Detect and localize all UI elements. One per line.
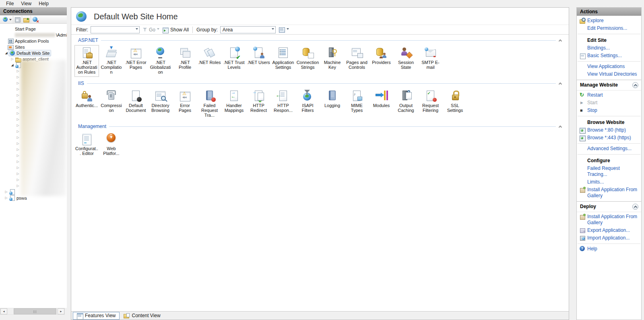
actions-separator[interactable] <box>578 244 640 244</box>
action-edit-permissions[interactable]: Edit Permissions... <box>577 25 641 32</box>
tree-expander-icon[interactable] <box>10 63 14 67</box>
chevron-down-icon[interactable] <box>136 28 138 31</box>
action-export-application[interactable]: Export Application... <box>577 227 641 234</box>
feature-request-filtering[interactable]: Request Filtering <box>418 88 443 115</box>
actions-group-configure[interactable]: Configure <box>577 156 641 165</box>
feature-application-settings[interactable]: Application Settings <box>271 45 295 72</box>
view-mode-icon[interactable] <box>279 27 285 32</box>
up-level-button[interactable] <box>22 16 31 23</box>
feature-net-users[interactable]: .NET Users <box>246 45 271 67</box>
scrollbar-thumb[interactable] <box>14 308 56 314</box>
tree-expander-icon[interactable] <box>16 99 20 103</box>
tree-expander-icon[interactable] <box>16 69 20 73</box>
action-deploy-install-application-from-gallery[interactable]: Install Application From Gallery <box>577 213 641 227</box>
tree-expander-icon[interactable] <box>16 75 20 79</box>
feature-net-trust-levels[interactable]: .NET Trust Levels <box>222 45 246 72</box>
action-browse-80[interactable]: Browse *:80 (http) <box>577 126 641 134</box>
actions-group-browse-website[interactable]: Browse Website <box>577 118 641 126</box>
action-basic-settings[interactable]: Basic Settings... <box>577 52 641 60</box>
action-view-virtual-directories[interactable]: View Virtual Directories <box>577 70 641 78</box>
new-connection-button[interactable] <box>1 16 13 23</box>
feature-http-redirect[interactable]: HTTP Redirect <box>246 88 271 115</box>
go-filter-icon[interactable] <box>143 27 148 32</box>
feature-connection-strings[interactable]: Connection Strings <box>295 45 320 72</box>
collapse-chevron-icon[interactable] <box>559 83 562 86</box>
feature-http-response-headers[interactable]: HTTP Respon... <box>271 88 295 115</box>
view-mode-dropdown-icon[interactable] <box>287 28 289 31</box>
tree-expander-icon[interactable] <box>16 171 20 176</box>
feature-isapi-filters[interactable]: ISAPI Filters <box>295 88 320 115</box>
feature-pages-and-controls[interactable]: Pages and Controls <box>345 45 369 72</box>
feature-ssl-settings[interactable]: SSL Settings <box>443 88 467 115</box>
tree-expander-icon[interactable] <box>16 117 20 122</box>
tab-content-view[interactable]: Content View <box>120 312 164 320</box>
action-advanced-settings[interactable]: Advanced Settings... <box>577 145 641 153</box>
tab-features-view[interactable]: Features View <box>73 312 120 320</box>
scrollbar-track[interactable] <box>7 308 58 314</box>
save-connections-button[interactable] <box>13 16 22 23</box>
action-stop[interactable]: Stop <box>577 107 641 114</box>
feature-authentication[interactable]: Authentic... <box>74 88 99 110</box>
action-help[interactable]: Help <box>577 245 641 253</box>
actions-separator[interactable] <box>578 154 640 155</box>
feature-logging[interactable]: Logging <box>320 88 345 110</box>
action-bindings[interactable]: Bindings... <box>577 44 641 52</box>
go-options-icon[interactable] <box>157 28 159 31</box>
tree-expander-icon[interactable] <box>16 178 20 182</box>
feature-error-pages[interactable]: Error Pages <box>173 88 197 115</box>
collapse-chevron-icon[interactable] <box>559 39 562 43</box>
tree-expander-icon[interactable] <box>16 105 20 109</box>
feature-mime-types[interactable]: MIME Types <box>345 88 369 115</box>
tree-expander-icon[interactable] <box>4 196 8 200</box>
tree-expander-icon[interactable] <box>16 141 20 146</box>
actions-separator[interactable] <box>578 143 640 144</box>
feature-modules[interactable]: Modules <box>369 88 394 110</box>
feature-net-roles[interactable]: .NET Roles <box>197 45 222 67</box>
tree-item-server[interactable]: \Administrato <box>0 32 67 38</box>
actions-section-deploy[interactable]: Deploy <box>577 201 641 212</box>
feature-machine-key[interactable]: Machine Key <box>320 45 345 72</box>
tree-expander-icon[interactable] <box>16 135 20 140</box>
scroll-right-button[interactable]: ► <box>58 308 64 314</box>
tree-item-sites[interactable]: Sites <box>0 44 67 50</box>
action-install-application-from-gallery[interactable]: Install Application From Gallery <box>577 186 641 200</box>
feature-net-globalization[interactable]: .NET Globalization <box>148 45 173 77</box>
filter-input[interactable] <box>91 26 140 33</box>
tree-expander-icon[interactable] <box>16 147 20 152</box>
actions-separator[interactable] <box>578 61 640 62</box>
tree-expander-icon[interactable] <box>4 51 8 55</box>
feature-session-state[interactable]: Session State <box>394 45 418 72</box>
tree-item-default-web-site[interactable]: Default Web Site <box>0 50 67 56</box>
feature-output-caching[interactable]: Output Caching <box>394 88 418 115</box>
tree-expander-icon[interactable] <box>16 87 20 91</box>
tree-item-application-pools[interactable]: Application Pools <box>0 38 67 44</box>
actions-separator[interactable] <box>578 34 640 34</box>
menu-view[interactable]: View <box>17 0 35 7</box>
tree-expander-icon[interactable] <box>16 165 20 170</box>
action-import-application[interactable]: Import Application... <box>577 234 641 242</box>
feature-compression[interactable]: Compression <box>99 88 124 115</box>
feature-net-compilation[interactable]: .NET Compilation <box>99 45 124 77</box>
feature-net-authorization-rules[interactable]: .NET Authorization Rules <box>74 45 99 77</box>
scroll-left-button[interactable]: ◄ <box>0 308 7 314</box>
feature-failed-request-tracing[interactable]: Failed Request Tra... <box>197 88 222 120</box>
show-all-button[interactable]: Show All <box>170 27 189 33</box>
action-failed-request-tracing[interactable]: Failed Request Tracing... <box>577 165 641 178</box>
action-view-applications[interactable]: View Applications <box>577 63 641 70</box>
menu-file[interactable]: File <box>2 0 17 7</box>
actions-separator[interactable] <box>578 116 640 116</box>
action-browse-443[interactable]: Browse *:443 (https) <box>577 134 641 142</box>
feature-default-document[interactable]: Default Document <box>124 88 148 115</box>
feature-providers[interactable]: Providers <box>369 45 394 67</box>
actions-section-manage-website[interactable]: Manage Website <box>577 80 641 91</box>
feature-directory-browsing[interactable]: Directory Browsing <box>148 88 173 115</box>
tree-expander-icon[interactable] <box>16 123 20 128</box>
tree-expander-icon[interactable] <box>16 159 20 164</box>
go-button[interactable]: Go <box>149 27 155 33</box>
menu-help[interactable]: Help <box>35 0 52 7</box>
action-explore[interactable]: Explore <box>577 17 641 25</box>
tree-expander-icon[interactable] <box>10 57 14 61</box>
tree-expander-icon[interactable] <box>16 81 20 85</box>
tree-expander-icon[interactable] <box>4 190 8 194</box>
feature-configuration-editor[interactable]: Configurat... Editor <box>74 131 99 158</box>
